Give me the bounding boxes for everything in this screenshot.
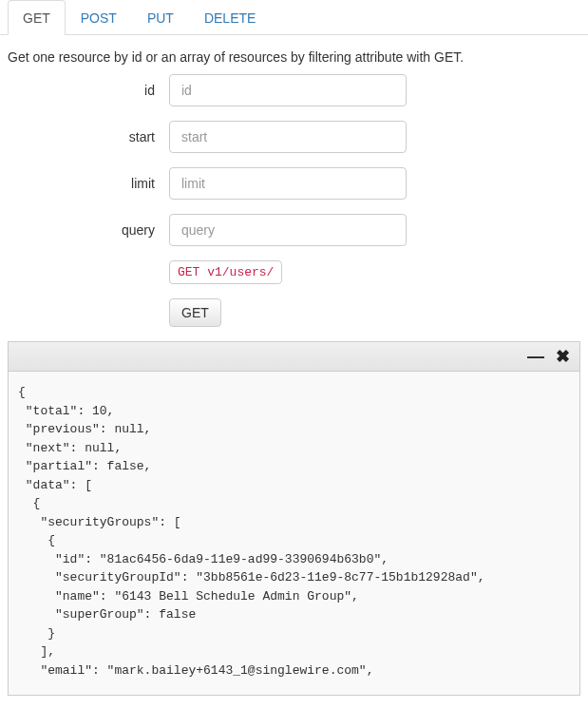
start-label: start bbox=[8, 129, 169, 144]
tab-put[interactable]: PUT bbox=[132, 0, 189, 35]
id-input[interactable] bbox=[169, 74, 407, 106]
minimize-icon[interactable]: — bbox=[527, 348, 544, 365]
limit-label: limit bbox=[8, 176, 169, 191]
tab-delete[interactable]: DELETE bbox=[189, 0, 271, 35]
submit-button[interactable]: GET bbox=[169, 298, 221, 327]
endpoint-badge: GET v1/users/ bbox=[169, 260, 282, 284]
tab-post[interactable]: POST bbox=[66, 0, 132, 35]
start-input[interactable] bbox=[169, 121, 407, 153]
tab-description: Get one resource by id or an array of re… bbox=[0, 35, 588, 74]
http-method-tabs: GET POST PUT DELETE bbox=[0, 0, 588, 35]
limit-input[interactable] bbox=[169, 167, 407, 200]
query-label: query bbox=[8, 222, 169, 238]
id-label: id bbox=[8, 83, 169, 98]
response-panel: — ✖ { "total": 10, "previous": null, "ne… bbox=[8, 341, 580, 696]
request-form: id start limit query GET v1/users/ GET bbox=[0, 74, 588, 327]
response-header: — ✖ bbox=[9, 342, 579, 372]
close-icon[interactable]: ✖ bbox=[556, 348, 570, 365]
query-input[interactable] bbox=[169, 214, 407, 246]
response-body: { "total": 10, "previous": null, "next":… bbox=[9, 372, 579, 695]
tab-get[interactable]: GET bbox=[8, 0, 66, 35]
